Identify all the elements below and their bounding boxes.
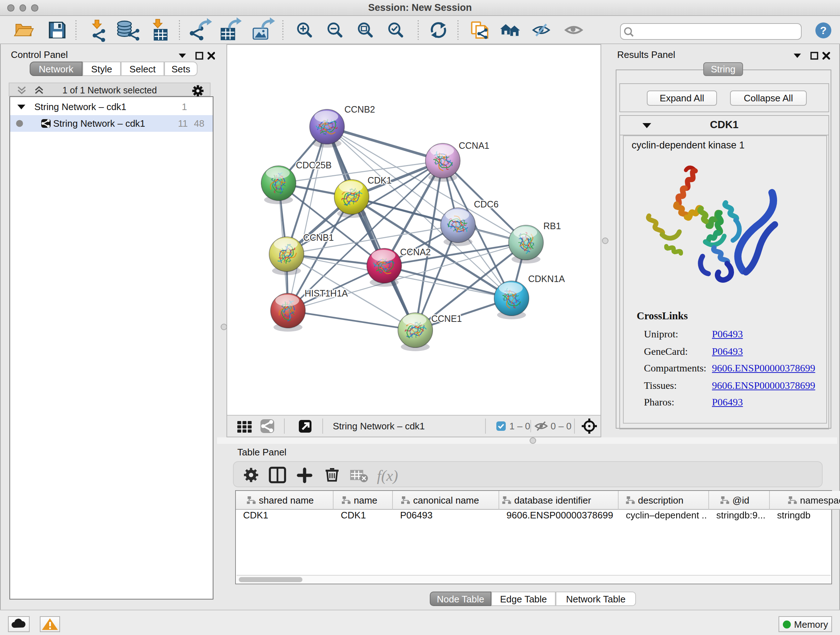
svg-text:CCNB2: CCNB2 (344, 104, 375, 114)
svg-text:CCNB1: CCNB1 (303, 233, 334, 242)
svg-text:canonical name: canonical name (413, 495, 479, 506)
svg-text:shared name: shared name (259, 495, 314, 506)
svg-text:description: description (638, 495, 684, 506)
svg-text:name: name (354, 495, 377, 506)
svg-text:CCNA1: CCNA1 (459, 141, 489, 150)
svg-text:CCNE1: CCNE1 (431, 314, 462, 324)
svg-text:namespace: namespace (800, 495, 840, 506)
svg-text:CDKN1A: CDKN1A (528, 274, 565, 284)
svg-text:HIST1H1A: HIST1H1A (305, 288, 348, 298)
svg-text:database identifier: database identifier (515, 495, 592, 506)
svg-text:CCNA2: CCNA2 (400, 247, 431, 257)
svg-text:RB1: RB1 (543, 221, 561, 231)
svg-text:CDC25B: CDC25B (296, 160, 332, 170)
svg-text:@id: @id (733, 495, 750, 506)
svg-text:f(x): f(x) (377, 467, 398, 485)
svg-text:CDC6: CDC6 (474, 199, 499, 209)
svg-text:CDK1: CDK1 (368, 175, 392, 185)
